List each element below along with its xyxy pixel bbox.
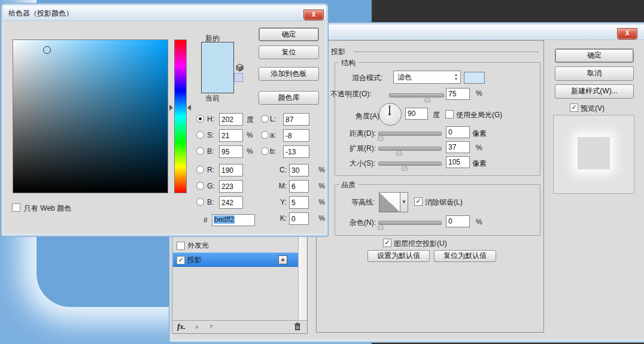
field-unit: % (312, 166, 325, 174)
saturation-brightness-field[interactable] (13, 39, 168, 193)
web-safe-swatch[interactable] (234, 73, 243, 82)
blue-radio[interactable] (196, 198, 204, 206)
slider-thumb[interactable] (378, 135, 384, 140)
angle-unit: 度 (433, 110, 440, 120)
green-radio[interactable] (196, 182, 204, 190)
field-label: a: (270, 131, 276, 139)
cancel-button[interactable]: 取消 (555, 66, 634, 81)
preview-checkbox[interactable] (570, 103, 578, 112)
trash-icon[interactable] (294, 322, 301, 331)
angle-label: 角度(A): (356, 111, 381, 121)
knockout-label: 图层挖空投影(U) (394, 239, 447, 249)
green-input[interactable] (219, 180, 243, 193)
field-label: H: (207, 115, 214, 123)
chevron-down-icon[interactable]: ▼ (400, 192, 408, 212)
hue-slider[interactable] (174, 39, 187, 193)
field-unit: % (247, 147, 253, 156)
field-label: S: (207, 131, 214, 139)
slider-thumb[interactable] (378, 224, 384, 229)
global-light-checkbox[interactable] (445, 110, 454, 118)
lab-l-input[interactable] (283, 113, 309, 126)
saturation-input[interactable] (219, 129, 243, 142)
add-to-swatches-button[interactable]: 添加到色板 (259, 67, 319, 81)
distance-slider[interactable] (378, 132, 442, 136)
opacity-input[interactable] (446, 88, 470, 100)
noise-slider[interactable] (378, 221, 442, 225)
reset-button[interactable]: 复位 (259, 45, 319, 59)
noise-label: 杂色(N): (350, 218, 376, 228)
red-radio[interactable] (196, 166, 204, 173)
anti-alias-checkbox[interactable] (414, 197, 423, 206)
saturation-radio[interactable] (196, 131, 204, 139)
distance-label: 距离(D): (350, 129, 376, 139)
hue-input[interactable] (219, 113, 243, 126)
blend-mode-select[interactable]: 滤色 ▲▼ (393, 71, 461, 84)
hue-arrow-left-icon[interactable] (169, 105, 173, 111)
preview-shape (578, 137, 610, 169)
knockout-checkbox[interactable] (383, 239, 391, 247)
reset-default-button[interactable]: 复位为默认值 (434, 250, 496, 262)
move-down-icon[interactable]: ▼ (208, 323, 214, 330)
size-input[interactable] (446, 156, 470, 168)
slider-thumb[interactable] (396, 150, 402, 155)
lab-a-radio[interactable] (261, 131, 269, 139)
angle-input[interactable] (405, 108, 428, 120)
brightness-radio[interactable] (196, 147, 204, 155)
slider-thumb[interactable] (402, 165, 408, 170)
distance-unit: 像素 (472, 129, 487, 139)
hex-input[interactable]: bedff2 (212, 214, 255, 226)
only-web-colors-checkbox[interactable] (12, 203, 20, 212)
dialog-title: 拾色器（投影颜色） (8, 8, 73, 19)
ok-button[interactable]: 确定 (555, 48, 634, 63)
lab-l-radio[interactable] (261, 115, 269, 123)
blend-mode-label: 混合模式: (352, 73, 382, 83)
make-default-button[interactable]: 设置为默认值 (367, 250, 430, 262)
outer-glow-checkbox[interactable] (177, 242, 185, 250)
new-style-button[interactable]: 新建样式(W)... (555, 84, 634, 99)
noise-input[interactable] (446, 215, 470, 227)
hue-arrow-right-icon[interactable] (187, 105, 191, 111)
lab-a-input[interactable] (283, 129, 309, 142)
size-slider[interactable] (378, 162, 442, 166)
hue-radio[interactable] (196, 115, 204, 123)
quality-group: 品质 (335, 184, 540, 236)
style-row-outer-glow[interactable]: 外发光 (173, 239, 298, 252)
contour-thumbnail[interactable] (379, 192, 400, 212)
close-icon[interactable]: X (303, 10, 324, 20)
black-input[interactable] (289, 212, 309, 225)
close-icon[interactable]: X (617, 28, 637, 39)
slider-thumb[interactable] (424, 96, 430, 102)
add-instance-icon[interactable]: + (278, 255, 287, 264)
noise-unit: % (476, 218, 482, 226)
workspace-background (372, 0, 644, 22)
divider (354, 51, 539, 52)
drop-shadow-checkbox[interactable] (177, 256, 185, 264)
web-color-cube-icon[interactable] (235, 63, 244, 72)
red-input[interactable] (219, 164, 243, 176)
magenta-input[interactable] (289, 180, 309, 193)
lab-b-input[interactable] (283, 145, 309, 158)
spread-slider[interactable] (378, 147, 442, 151)
brightness-input[interactable] (219, 145, 243, 158)
shadow-color-swatch[interactable] (464, 72, 485, 84)
color-libraries-button[interactable]: 颜色库 (259, 91, 319, 105)
angle-dial[interactable] (379, 103, 402, 126)
yellow-input[interactable] (289, 196, 309, 209)
field-label: B: (207, 198, 214, 206)
hex-hash-label: # (203, 216, 208, 224)
ok-button[interactable]: 确定 (259, 28, 319, 41)
field-unit: % (312, 214, 325, 223)
style-row-label[interactable]: 外发光 (187, 239, 209, 252)
color-field-marker[interactable] (43, 46, 51, 54)
distance-input[interactable] (446, 126, 470, 138)
new-current-swatch (201, 42, 234, 93)
cyan-input[interactable] (289, 164, 309, 176)
fx-icon[interactable]: fx. (177, 322, 186, 331)
blue-input[interactable] (219, 196, 243, 209)
lab-b-radio[interactable] (261, 147, 269, 155)
move-up-icon[interactable]: ▲ (194, 323, 200, 330)
style-row-drop-shadow[interactable]: 投影 + (173, 252, 298, 267)
spread-input[interactable] (446, 141, 470, 153)
style-row-label[interactable]: 投影 (187, 253, 202, 266)
opacity-slider[interactable] (389, 93, 444, 98)
